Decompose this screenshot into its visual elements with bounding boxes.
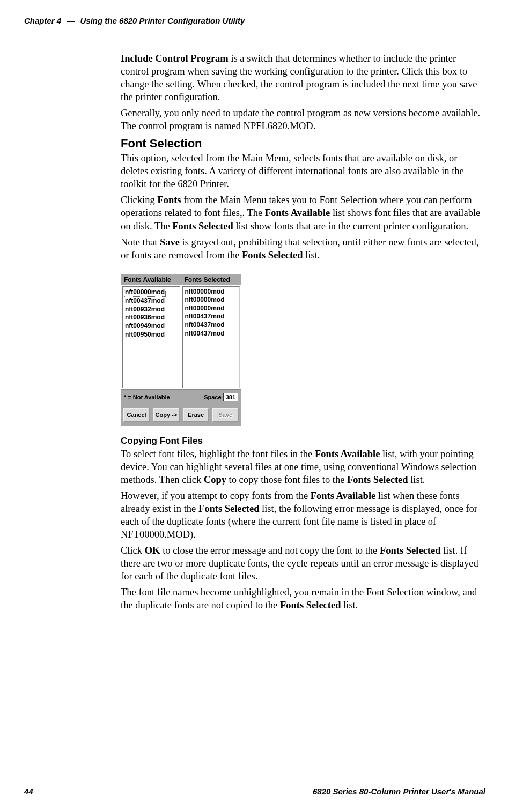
heading-font-selection: Font Selection (121, 137, 485, 151)
not-available-legend: * = Not Available (124, 394, 170, 400)
paragraph-generally: Generally, you only need to update the c… (121, 107, 485, 132)
list-item[interactable]: nft00000mod (185, 288, 238, 296)
list-item[interactable]: nft00437mod (185, 321, 238, 330)
p4g: list show fonts that are in the current … (233, 221, 468, 232)
list-item[interactable]: nft00000mod (124, 288, 166, 297)
p8c: to close the error message and not copy … (160, 545, 380, 556)
include-control-label: Include Control Program (121, 53, 229, 64)
p7b: Fonts Available (311, 490, 375, 501)
page-number: 44 (24, 787, 33, 796)
p7d: Fonts Selected (198, 503, 260, 514)
chapter-number: Chapter 4 (24, 16, 61, 25)
page-footer: 44 6820 Series 80-Column Printer User's … (24, 787, 485, 796)
main-content: Include Control Program is a switch that… (121, 52, 485, 612)
p6f: Fonts Selected (347, 474, 408, 485)
list-item[interactable]: nft00950mod (125, 331, 178, 339)
heading-copying-font-files: Copying Font Files (121, 436, 485, 446)
paragraph-font-option: This option, selected from the Main Menu… (121, 152, 485, 190)
p4f: Fonts Selected (172, 221, 233, 232)
cancel-button[interactable]: Cancel (123, 408, 150, 422)
p8a: Click (121, 545, 145, 556)
p8d: Fonts Selected (380, 545, 441, 556)
p5d: Fonts Selected (242, 250, 303, 260)
p6a: To select font files, highlight the font… (121, 449, 315, 459)
list-area: nft00000mod nft00437mod nft00932mod nft0… (121, 285, 241, 390)
fonts-selected-listbox[interactable]: nft00000mod nft00000mod nft00000mod nft0… (182, 286, 240, 388)
p6d: Copy (204, 474, 226, 485)
header-fonts-selected: Fonts Selected (181, 274, 242, 285)
paragraph-unhighlighted: The font file names become unhighlighted… (121, 586, 485, 612)
list-item[interactable]: nft00932mod (125, 306, 178, 314)
p9c: list. (341, 600, 358, 610)
paragraph-clicking-fonts: Clicking Fonts from the Main Menu takes … (121, 193, 485, 232)
p8b: OK (145, 545, 160, 556)
space-label: Space (204, 394, 221, 400)
chapter-title: Using the 6820 Printer Configuration Uti… (80, 16, 245, 25)
paragraph-however: However, if you attempt to copy fonts fr… (121, 489, 485, 541)
button-row: Cancel Copy -> Erase Save (121, 405, 241, 426)
list-item[interactable]: nft00437mod (185, 312, 238, 321)
font-selection-panel: Fonts Available Fonts Selected nft00000m… (121, 274, 241, 426)
panel-header: Fonts Available Fonts Selected (121, 274, 241, 285)
paragraph-include-control: Include Control Program is a switch that… (121, 52, 485, 103)
p4a: Clicking (121, 195, 157, 205)
space-value: 381 (223, 393, 238, 401)
p6b: Fonts Available (315, 449, 380, 459)
copy-button[interactable]: Copy -> (153, 408, 179, 422)
list-item[interactable]: nft00000mod (185, 304, 238, 313)
p4d: Fonts Available (265, 207, 330, 218)
list-item[interactable]: nft00437mod (125, 297, 178, 306)
space-group: Space 381 (204, 393, 238, 401)
header-fonts-available: Fonts Available (121, 274, 181, 285)
paragraph-select-font-files: To select font files, highlight the font… (121, 448, 485, 486)
fonts-available-listbox[interactable]: nft00000mod nft00437mod nft00932mod nft0… (122, 286, 180, 388)
status-row: * = Not Available Space 381 (121, 390, 241, 405)
erase-button[interactable]: Erase (183, 408, 209, 422)
p9b: Fonts Selected (280, 600, 341, 610)
p5e: list. (303, 250, 320, 260)
paragraph-note-save: Note that Save is grayed out, prohibitin… (121, 236, 485, 262)
p6g: list. (408, 474, 425, 485)
p5a: Note that (121, 237, 160, 248)
list-item[interactable]: nft00437mod (185, 330, 238, 338)
list-item[interactable]: nft00000mod (185, 296, 238, 304)
list-item[interactable]: nft00949mod (125, 322, 178, 331)
p5b: Save (160, 237, 180, 248)
p7a: However, if you attempt to copy fonts fr… (121, 490, 311, 501)
save-button: Save (212, 408, 239, 422)
paragraph-click-ok: Click OK to close the error message and … (121, 544, 485, 583)
manual-title: 6820 Series 80-Column Printer User's Man… (313, 787, 485, 796)
page-header: Chapter 4 — Using the 6820 Printer Confi… (24, 16, 485, 25)
header-dash: — (67, 16, 75, 25)
p4b: Fonts (157, 195, 181, 205)
p6e: to copy those font files to the (226, 474, 347, 485)
list-item[interactable]: nft00936mod (125, 314, 178, 322)
